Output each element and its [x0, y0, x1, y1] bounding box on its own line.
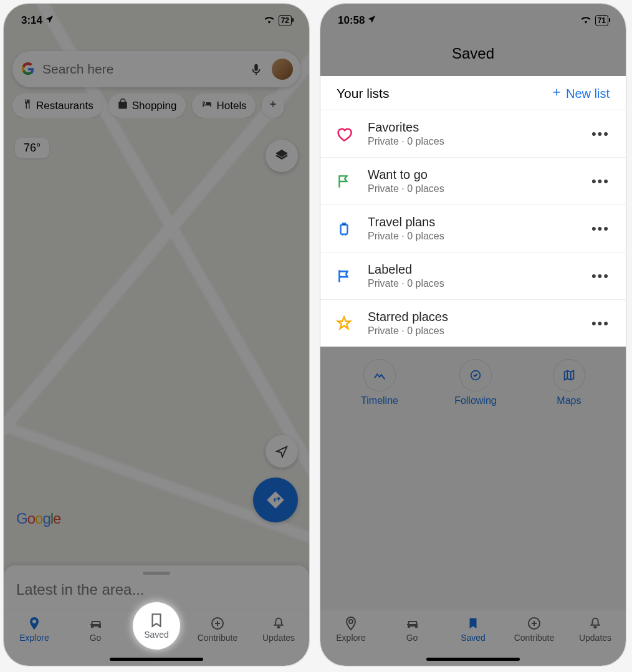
recenter-button[interactable]: [266, 435, 298, 468]
more-menu-icon[interactable]: •••: [589, 171, 612, 192]
google-g-icon: [21, 62, 35, 76]
nav-label: Saved: [144, 630, 169, 640]
microphone-icon[interactable]: [246, 59, 267, 80]
google-logo: Google: [16, 510, 60, 527]
chip-label: Shopping: [132, 100, 177, 112]
status-bar: 3:14 72: [4, 4, 309, 34]
new-list-label: New list: [566, 87, 610, 101]
category-chips: Restaurants Shopping Hotels: [4, 94, 309, 118]
list-item-favorites[interactable]: Favorites Private · 0 places •••: [320, 110, 626, 157]
list-subtitle: Private · 0 places: [368, 136, 575, 147]
chip-more[interactable]: [262, 94, 284, 118]
pin-icon: [343, 615, 359, 631]
nav-label: Contribute: [198, 633, 238, 643]
flag-icon: [334, 171, 354, 191]
status-time: 10:58: [338, 14, 365, 27]
chip-label: Restaurants: [36, 100, 93, 112]
fork-knife-icon: [21, 98, 32, 113]
tab-label: Following: [454, 395, 497, 406]
list-subtitle: Private · 0 places: [368, 231, 575, 242]
location-arrow-icon: [275, 444, 289, 458]
location-arrow-icon: [45, 14, 54, 27]
nav-contribute[interactable]: Contribute: [509, 615, 559, 643]
heart-icon: [334, 124, 354, 144]
car-icon: [87, 615, 103, 631]
nav-label: Explore: [19, 633, 49, 643]
tab-following[interactable]: Following: [454, 359, 497, 406]
nav-updates[interactable]: Updates: [254, 615, 304, 643]
list-subtitle: Private · 0 places: [368, 325, 575, 337]
page-title: Saved: [320, 34, 626, 76]
nav-label: Updates: [579, 633, 611, 643]
list-name: Want to go: [368, 168, 575, 182]
list-name: Labeled: [368, 262, 575, 277]
nav-label: Go: [406, 633, 418, 643]
your-lists-label: Your lists: [337, 86, 389, 101]
sheet-title: Latest in the area...: [16, 581, 297, 598]
bell-icon: [271, 615, 287, 631]
more-menu-icon[interactable]: •••: [589, 218, 612, 239]
directions-icon: [266, 491, 285, 509]
chip-shopping[interactable]: Shopping: [108, 94, 186, 118]
nav-label: Updates: [262, 633, 295, 643]
suitcase-icon: [334, 219, 354, 239]
plus-icon: [551, 87, 562, 101]
chip-label: Hotels: [217, 100, 247, 112]
list-item-want-to-go[interactable]: Want to go Private · 0 places •••: [320, 157, 626, 204]
search-input[interactable]: [42, 62, 246, 77]
battery-indicator: 71: [595, 15, 608, 26]
nav-go[interactable]: Go: [70, 615, 120, 643]
more-menu-icon[interactable]: •••: [589, 123, 612, 145]
list-item-labeled[interactable]: Labeled Private · 0 places •••: [320, 252, 626, 299]
home-indicator[interactable]: [426, 658, 520, 661]
nav-label: Contribute: [514, 633, 555, 643]
nav-label: Explore: [336, 633, 365, 643]
bookmark-icon: [465, 615, 481, 631]
saved-tab-highlight[interactable]: Saved: [133, 602, 180, 650]
tab-label: Timeline: [361, 395, 398, 406]
list-item-travel-plans[interactable]: Travel plans Private · 0 places •••: [320, 204, 626, 252]
nav-saved[interactable]: Saved: [448, 615, 498, 643]
layers-icon: [274, 148, 289, 163]
directions-fab[interactable]: [253, 478, 298, 522]
more-menu-icon[interactable]: •••: [589, 313, 612, 334]
status-time: 3:14: [21, 14, 42, 27]
sheet-handle[interactable]: [143, 572, 170, 575]
temperature-chip[interactable]: 76°: [15, 138, 49, 158]
plus-circle-icon: [526, 615, 542, 631]
list-item-starred[interactable]: Starred places Private · 0 places •••: [320, 299, 626, 347]
nav-explore[interactable]: Explore: [326, 615, 376, 643]
list-name: Travel plans: [368, 215, 575, 229]
nav-explore[interactable]: Explore: [9, 615, 59, 643]
map-icon: [562, 368, 576, 382]
layers-button[interactable]: [266, 140, 298, 172]
chip-hotels[interactable]: Hotels: [192, 94, 256, 118]
nav-label: Saved: [461, 633, 486, 643]
nav-go[interactable]: Go: [387, 615, 437, 643]
wifi-icon: [580, 14, 591, 27]
shopping-bag-icon: [117, 98, 128, 113]
plus-circle-icon: [209, 615, 226, 631]
profile-avatar[interactable]: [272, 59, 293, 80]
list-name: Favorites: [368, 120, 575, 135]
nav-contribute[interactable]: Contribute: [193, 615, 242, 643]
home-indicator[interactable]: [110, 658, 203, 661]
nav-updates[interactable]: Updates: [570, 615, 620, 643]
list-subtitle: Private · 0 places: [368, 183, 575, 194]
search-bar[interactable]: [12, 51, 300, 87]
label-flag-icon: [334, 266, 354, 286]
phone-right: 10:58 71 Saved Your lists New list: [320, 4, 626, 666]
car-icon: [404, 615, 420, 631]
tab-maps[interactable]: Maps: [553, 359, 585, 406]
chip-restaurants[interactable]: Restaurants: [12, 94, 102, 118]
list-name: Starred places: [368, 310, 575, 324]
new-list-button[interactable]: New list: [551, 87, 610, 101]
plus-icon: [268, 99, 278, 112]
svg-rect-1: [341, 224, 348, 234]
star-icon: [334, 314, 354, 334]
location-arrow-icon: [367, 14, 376, 27]
timeline-icon: [373, 368, 386, 382]
tab-timeline[interactable]: Timeline: [361, 359, 398, 406]
more-menu-icon[interactable]: •••: [589, 266, 612, 287]
tab-label: Maps: [557, 395, 581, 406]
